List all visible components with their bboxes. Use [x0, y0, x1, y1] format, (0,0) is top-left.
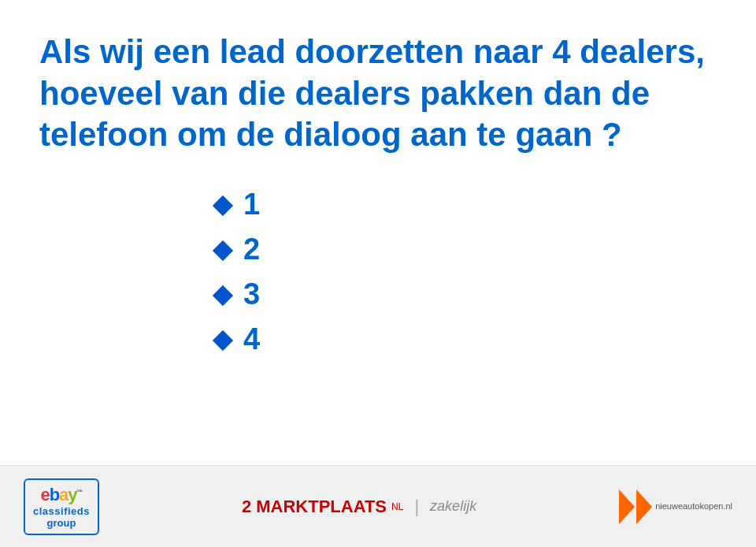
nieuweautokopen-text: nieuweautokopen.nl: [655, 500, 732, 512]
list-item[interactable]: ◆ 2: [213, 233, 717, 266]
chevron-1: [619, 489, 635, 524]
diamond-icon-2: ◆: [213, 234, 232, 264]
marktplaats-separator: |: [414, 497, 419, 517]
marktplaats-number: 2: [242, 497, 251, 517]
ebay-y: y: [68, 485, 76, 504]
marktplaats-nl: NL: [391, 501, 403, 512]
diamond-icon-1: ◆: [213, 189, 232, 219]
option-label-3: 3: [243, 277, 260, 311]
question-text: Als wij een lead doorzetten naar 4 deale…: [39, 32, 717, 156]
marktplaats-name: MARKTPLAATS: [256, 497, 387, 517]
chevron-2: [636, 489, 652, 524]
group-text: group: [47, 517, 76, 529]
ebay-a: a: [59, 485, 68, 504]
options-list: ◆ 1 ◆ 2 ◆ 3 ◆ 4: [39, 188, 717, 356]
ebay-e: e: [40, 485, 49, 504]
main-content: Als wij een lead doorzetten naar 4 deale…: [0, 0, 756, 356]
diamond-icon-3: ◆: [213, 279, 232, 309]
nieuweautokopen-logo: nieuweautokopen.nl: [619, 489, 732, 524]
option-label-4: 4: [243, 322, 260, 356]
zakelijk-text: zakelijk: [430, 498, 476, 515]
ebay-b: b: [50, 485, 59, 504]
ebay-classifieds-logo: ebay™ classifieds group: [24, 478, 99, 535]
list-item[interactable]: ◆ 4: [213, 322, 717, 356]
footer: ebay™ classifieds group 2 MARKTPLAATSNL …: [0, 465, 756, 547]
marktplaats-logo: 2 MARKTPLAATSNL | zakelijk: [242, 497, 476, 517]
option-label-1: 1: [243, 188, 260, 221]
ebay-tm: ™: [77, 488, 83, 495]
diamond-icon-4: ◆: [213, 324, 232, 354]
list-item[interactable]: ◆ 1: [213, 188, 717, 221]
option-label-2: 2: [243, 233, 260, 266]
list-item[interactable]: ◆ 3: [213, 277, 717, 311]
ebay-logo: ebay™: [40, 485, 82, 505]
classifieds-text: classifieds: [33, 505, 90, 517]
double-chevron-icon: [619, 489, 652, 524]
